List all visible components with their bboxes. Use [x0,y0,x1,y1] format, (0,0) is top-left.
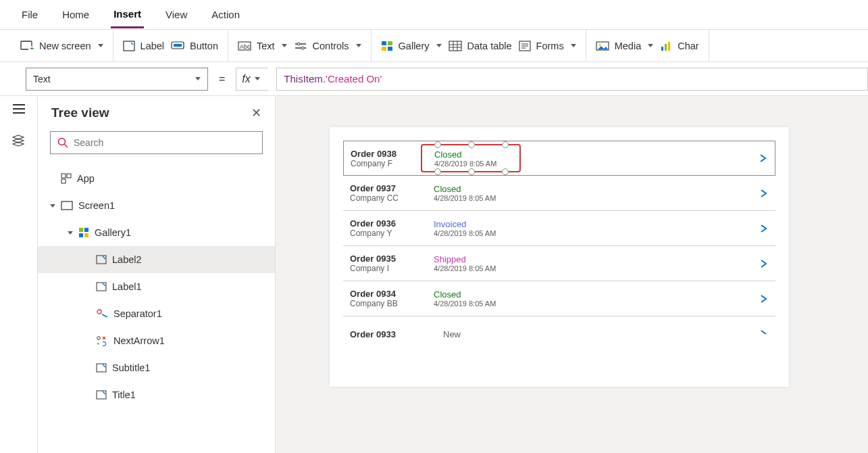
svg-point-8 [297,43,300,45]
tree-node-label2[interactable]: Label2 [38,246,275,273]
gallery-row[interactable]: Order 0933 New [343,316,775,352]
gallery-control[interactable]: Order 0938Company F Closed4/28/2019 8:05… [343,141,775,352]
tree-node-label: Label2 [112,254,142,265]
next-arrow-icon[interactable] [759,189,769,198]
fx-button[interactable]: fx [236,68,268,91]
property-selector[interactable]: Text [26,68,208,91]
gallery-row[interactable]: Order 0937Company CC Closed4/28/2019 8:0… [343,176,775,211]
forms-button[interactable]: Forms [519,41,576,51]
gallery-row[interactable]: Order 0934Company BB Closed4/28/2019 8:0… [343,281,775,316]
tree-node-label: Screen1 [78,200,115,211]
tree-node-gallery1[interactable]: Gallery1 [38,219,275,246]
chevron-down-icon [436,44,442,47]
label-button[interactable]: Label [123,41,164,51]
controls-button[interactable]: Controls [294,41,361,51]
tree-node-app[interactable]: App [38,165,275,192]
close-icon[interactable]: ✕ [251,105,261,120]
svg-point-33 [97,310,101,314]
svg-point-34 [97,337,101,340]
chevron-down-icon [648,44,653,47]
new-screen-button[interactable]: + New screen [20,41,103,51]
svg-rect-3 [124,41,134,51]
charts-button[interactable]: Char [660,41,698,51]
icons-icon: + [96,335,108,346]
gallery-label: Gallery [399,41,430,51]
menu-insert[interactable]: Insert [111,1,144,28]
tree-node-separator1[interactable]: Separator1 [38,300,275,327]
chevron-down-icon [255,77,260,80]
tree-node-label: App [77,173,95,184]
svg-rect-23 [61,174,66,178]
formula-token-prop: 'Created On' [326,73,382,85]
app-preview: Order 0938Company F Closed4/28/2019 8:05… [330,127,789,387]
next-arrow-icon[interactable] [759,224,769,233]
button-button[interactable]: Button [171,41,218,51]
tree-node-label1[interactable]: Label1 [38,273,275,300]
svg-rect-19 [665,44,667,51]
svg-rect-25 [61,179,66,183]
row-subtitle: Company CC [350,193,430,203]
svg-rect-32 [97,283,106,291]
tree-node-screen1[interactable]: Screen1 [38,192,275,219]
svg-point-9 [301,47,304,49]
text-button[interactable]: Abc Text [238,41,287,51]
tree: App Screen1 Gallery1 Label2 Label1 [38,158,275,415]
row-title: Order 0935 [350,254,430,264]
gallery-row[interactable]: Order 0935Company I Shipped4/28/2019 8:0… [343,246,775,281]
gallery-row[interactable]: Order 0938Company F Closed4/28/2019 8:05… [343,141,775,176]
svg-point-17 [598,43,601,45]
button-icon [171,41,184,51]
hamburger-icon[interactable] [13,104,25,114]
menu-home[interactable]: Home [59,2,92,27]
menu-action[interactable]: Action [209,2,242,27]
chevron-down-icon [282,44,287,47]
svg-rect-11 [388,41,392,45]
chevron-down-icon [571,44,576,47]
screen-icon: + [20,41,34,51]
caret-icon [68,231,73,235]
text-label: Text [257,41,275,51]
property-selector-value: Text [33,74,51,85]
ribbon: + New screen Label Button Abc Text [0,30,868,62]
svg-rect-14 [449,41,461,51]
svg-rect-24 [67,174,71,178]
svg-rect-29 [79,233,83,237]
svg-rect-31 [97,256,106,264]
svg-rect-10 [382,41,386,45]
svg-rect-30 [84,233,88,237]
tree-node-title1[interactable]: Title1 [38,381,275,408]
media-button[interactable]: Media [596,41,654,51]
datatable-button[interactable]: Data table [449,41,512,51]
chevron-down-icon [195,77,201,80]
controls-label: Controls [313,41,349,51]
tree-search-input[interactable] [74,137,255,148]
svg-rect-18 [661,47,663,51]
svg-text:+: + [30,44,34,51]
formula-input[interactable]: ThisItem.'Created On' [276,68,868,91]
label-label: Label [141,41,164,51]
charts-icon [660,41,672,51]
gallery-button[interactable]: Gallery [381,41,442,51]
treeview-rail-button[interactable] [0,131,34,150]
tree-search[interactable] [50,131,263,154]
label-icon [96,363,107,373]
row-subtitle: Company I [350,264,430,273]
next-arrow-icon[interactable] [759,153,768,163]
left-rail [0,96,38,453]
menu-view[interactable]: View [163,2,190,27]
text-icon: Abc [238,41,251,51]
next-arrow-icon[interactable] [759,329,769,339]
row-status: Shipped [434,254,524,264]
media-icon [596,41,609,51]
gallery-row[interactable]: Order 0936Company Y Invoiced4/28/2019 8:… [343,211,775,246]
next-arrow-icon[interactable] [759,294,769,304]
label-icon [123,41,135,51]
tree-node-subtitle1[interactable]: Subtitle1 [38,354,275,381]
svg-rect-36 [97,364,106,372]
next-arrow-icon[interactable] [759,259,769,268]
row-status: Closed [434,184,524,194]
tree-node-nextarrow1[interactable]: + NextArrow1 [38,327,275,354]
menu-file[interactable]: File [19,2,41,27]
svg-rect-20 [668,42,670,51]
label-icon [96,255,107,264]
